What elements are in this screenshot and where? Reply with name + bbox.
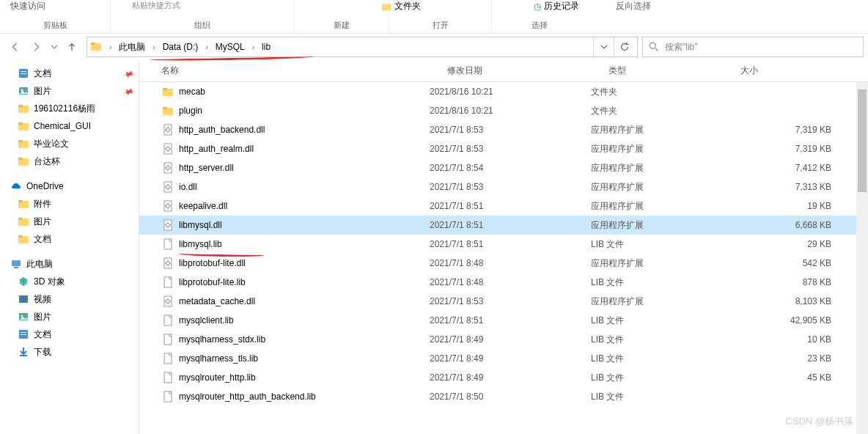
file-row[interactable]: mysqlharness_tls.lib2021/7/1 8:49LIB 文件2… (139, 349, 868, 368)
svg-rect-32 (21, 334, 26, 335)
svg-rect-56 (164, 334, 172, 345)
chevron-icon[interactable]: › (248, 43, 259, 51)
sidebar-item[interactable]: 文档 (0, 326, 139, 343)
svg-rect-34 (163, 88, 167, 90)
file-row[interactable]: libmysql.dll2021/7/1 8:51应用程序扩展6,668 KB (139, 216, 868, 235)
pin-icon: 📌 (122, 67, 134, 79)
dll-icon (161, 123, 174, 136)
svg-rect-18 (18, 200, 23, 202)
svg-rect-31 (21, 332, 26, 333)
file-row[interactable]: libprotobuf-lite.dll2021/7/1 8:48应用程序扩展5… (139, 254, 868, 273)
search-input[interactable]: 搜索"lib" (642, 37, 864, 57)
svg-point-3 (650, 43, 655, 48)
folder-icon (90, 40, 102, 54)
svg-rect-55 (164, 315, 172, 326)
refresh-button[interactable] (614, 37, 634, 56)
sidebar-item[interactable]: Chemical_GUI (0, 117, 139, 135)
svg-rect-16 (18, 158, 23, 160)
scrollbar[interactable] (856, 82, 868, 434)
crumb-drive[interactable]: Data (D:) (160, 40, 202, 54)
sidebar-item[interactable]: 视频 (0, 290, 139, 308)
file-row[interactable]: libprotobuf-lite.lib2021/7/1 8:48LIB 文件8… (139, 273, 868, 292)
lib-icon (161, 238, 174, 251)
svg-rect-26 (19, 295, 21, 303)
back-button[interactable] (4, 37, 25, 57)
crumb-mysql[interactable]: MySQL (213, 40, 248, 54)
svg-rect-0 (382, 4, 391, 10)
ribbon-open-label: 打开 (433, 20, 449, 34)
lib-icon (161, 371, 174, 384)
file-row[interactable]: mysqlrouter_http_auth_backend.lib2021/7/… (139, 387, 868, 406)
svg-rect-5 (21, 71, 26, 72)
content-area: 名称 修改日期 类型 大小 mecab2021/8/16 10:21文件夹plu… (139, 60, 868, 434)
ribbon-organize-label: 组织 (194, 20, 210, 34)
crumb-thispc[interactable]: 此电脑 (116, 40, 148, 55)
dll-icon (161, 142, 174, 155)
file-row[interactable]: mysqlrouter_http.lib2021/7/1 8:49LIB 文件4… (139, 368, 868, 387)
chevron-icon[interactable]: › (105, 43, 116, 51)
sidebar-item[interactable]: 图片📌 (0, 82, 139, 100)
chevron-icon[interactable]: › (148, 43, 159, 51)
col-type[interactable]: 类型 (608, 65, 740, 77)
pin-icon: 📌 (122, 85, 134, 97)
col-date[interactable]: 修改日期 (447, 65, 608, 77)
svg-rect-6 (21, 73, 26, 74)
sidebar-item[interactable]: 3D 对象 (0, 273, 139, 290)
chevron-icon[interactable]: › (201, 43, 212, 51)
file-row[interactable]: metadata_cache.dll2021/7/1 8:53应用程序扩展8,1… (139, 292, 868, 311)
sidebar-item[interactable]: 文档📌 (0, 65, 139, 82)
file-row[interactable]: keepalive.dll2021/7/1 8:51应用程序扩展19 KB (139, 196, 868, 216)
file-list: mecab2021/8/16 10:21文件夹plugin2021/8/16 1… (139, 82, 868, 434)
quick-access-label: 快速访问 (10, 0, 45, 12)
nav-bar: › 此电脑 › Data (D:) › MySQL › lib 搜索"lib" (0, 34, 868, 60)
sidebar-item[interactable]: 台达杯 (0, 152, 139, 170)
file-row[interactable]: mysqlclient.lib2021/7/1 8:51LIB 文件42,905… (139, 311, 868, 330)
sidebar-item[interactable]: 下载 (0, 343, 139, 361)
sidebar-thispc[interactable]: 此电脑 (0, 255, 139, 273)
svg-rect-2 (91, 43, 95, 45)
up-button[interactable] (62, 37, 82, 57)
address-dropdown[interactable] (593, 37, 614, 56)
file-row[interactable]: http_server.dll2021/7/1 8:54应用程序扩展7,412 … (139, 158, 868, 177)
sidebar-onedrive[interactable]: OneDrive (0, 177, 139, 195)
ribbon-new-label: 新建 (334, 20, 350, 34)
file-row[interactable]: plugin2021/8/16 10:21文件夹 (139, 101, 868, 120)
ribbon: 粘贴快捷方式剪贴板 组织 文件夹新建 ◷历史记录打开 反向选择选择 (0, 0, 868, 34)
dll-icon (161, 257, 174, 270)
svg-rect-52 (164, 277, 172, 287)
sidebar-item[interactable]: 文档 (0, 230, 139, 248)
file-row[interactable]: mecab2021/8/16 10:21文件夹 (139, 82, 868, 101)
ribbon-invert-label[interactable]: 反向选择 (616, 1, 651, 11)
file-row[interactable]: http_auth_realm.dll2021/7/1 8:53应用程序扩展7,… (139, 139, 868, 158)
file-row[interactable]: http_auth_backend.dll2021/7/1 8:53应用程序扩展… (139, 120, 868, 139)
svg-point-29 (21, 315, 23, 317)
svg-rect-57 (164, 353, 172, 364)
history-dropdown[interactable] (48, 37, 60, 57)
search-icon (649, 42, 659, 52)
sidebar-item[interactable]: 图片 (0, 213, 139, 230)
scroll-thumb[interactable] (858, 89, 867, 192)
lib-icon (161, 276, 174, 289)
svg-rect-59 (164, 391, 172, 402)
dll-icon (161, 295, 174, 308)
svg-rect-22 (18, 235, 23, 238)
ribbon-history-label[interactable]: 历史记录 (544, 0, 579, 12)
ribbon-select-label: 选择 (532, 20, 548, 34)
svg-rect-49 (164, 239, 172, 249)
forward-button[interactable] (26, 37, 47, 57)
ribbon-folder-label[interactable]: 文件夹 (394, 0, 421, 12)
sidebar-item[interactable]: 毕业论文 (0, 135, 139, 152)
folder-icon (161, 85, 174, 98)
file-row[interactable]: libmysql.lib2021/7/1 8:51LIB 文件29 KB (139, 235, 868, 254)
sidebar-item[interactable]: 附件 (0, 195, 139, 213)
file-row[interactable]: mysqlharness_stdx.lib2021/7/1 8:49LIB 文件… (139, 330, 868, 349)
columns-header: 名称 修改日期 类型 大小 (139, 60, 868, 82)
sidebar-item[interactable]: 图片 (0, 308, 139, 326)
file-row[interactable]: io.dll2021/7/1 8:53应用程序扩展7,313 KB (139, 177, 868, 196)
address-bar[interactable]: › 此电脑 › Data (D:) › MySQL › lib (87, 37, 638, 57)
sidebar-item[interactable]: 196102116杨雨 (0, 100, 139, 117)
col-name[interactable]: 名称 (161, 65, 447, 77)
col-size[interactable]: 大小 (740, 65, 868, 77)
shortcut-label: 粘贴快捷方式 (132, 0, 180, 14)
crumb-lib[interactable]: lib (259, 40, 273, 54)
